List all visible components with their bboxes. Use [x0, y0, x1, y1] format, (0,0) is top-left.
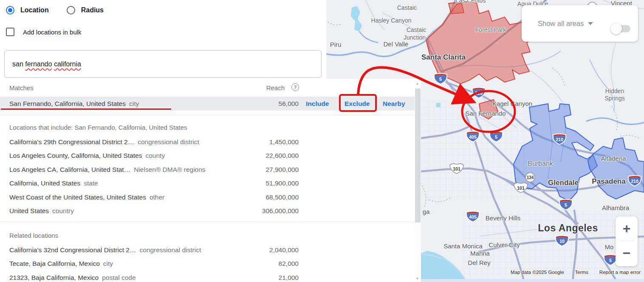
nearby-link[interactable]: Nearby — [383, 100, 405, 108]
map-place-label: Kagel Canyon — [492, 100, 532, 107]
related-section-title: Related locations — [9, 232, 58, 239]
map-place-label: Altadena — [601, 155, 626, 162]
location-radio[interactable] — [6, 6, 14, 14]
match-name: San Fernando, California, United States — [9, 100, 126, 108]
svg-text:10: 10 — [559, 239, 565, 244]
map-place-label: Del Valle — [384, 40, 409, 48]
map-zoom-control: + − — [616, 216, 638, 266]
map-place-label: Forest Park — [475, 26, 506, 33]
map-place-label: Santa Clarita — [421, 53, 466, 62]
row-type: other — [150, 194, 164, 201]
show-all-areas-toggle[interactable] — [612, 25, 630, 32]
row-type: state — [84, 179, 98, 187]
svg-text:210: 210 — [556, 137, 563, 142]
map-place-label: Culver City — [489, 241, 520, 248]
row-name: California's 29th Congressional District… — [9, 138, 134, 146]
map-place-label: ga — [423, 208, 430, 215]
row-reach: 21,000 — [279, 274, 299, 282]
results-header-row: Matches Reach ? — [0, 83, 415, 94]
table-row[interactable]: California's 32nd Congressional District… — [0, 243, 415, 257]
svg-text:5: 5 — [609, 258, 612, 263]
svg-text:405: 405 — [469, 134, 477, 140]
table-row[interactable]: Los Angeles CA, California, United Stat…… — [0, 163, 415, 177]
map-place-label: Del Rey — [468, 259, 490, 266]
search-word-misspelled: california — [54, 60, 81, 68]
map-attribution: Map data ©2025 Google Terms Report a map… — [511, 270, 641, 275]
row-type: congressional district — [138, 138, 199, 146]
svg-text:134: 134 — [527, 175, 534, 180]
row-reach: 27,900,000 — [266, 166, 299, 174]
map-place-label: Hidden — [605, 88, 624, 94]
location-search-input[interactable]: san fernando california — [4, 50, 322, 78]
row-reach: 82,000 — [279, 260, 299, 268]
row-reach: 51,900,000 — [266, 179, 299, 187]
svg-text:5: 5 — [565, 202, 567, 208]
svg-text:210: 210 — [475, 91, 483, 96]
chevron-down-icon[interactable] — [588, 22, 593, 25]
terms-link[interactable]: Terms — [575, 270, 588, 275]
reach-header: Reach — [266, 84, 285, 91]
results-scrollbar[interactable]: ▲ ▼ — [415, 80, 421, 282]
map-data-text: Map data ©2025 Google — [511, 270, 564, 275]
scroll-down-icon[interactable]: ▼ — [415, 276, 419, 281]
table-row[interactable]: United Statescountry306,000,000 — [0, 204, 415, 218]
bulk-locations-checkbox[interactable] — [6, 28, 14, 36]
row-name: California's 32nd Congressional District… — [9, 246, 136, 254]
table-row[interactable]: Los Angeles County, California, United S… — [0, 149, 415, 162]
row-name: California, United States — [9, 179, 80, 187]
bulk-locations-label[interactable]: Add locations in bulk — [23, 28, 82, 36]
include-link[interactable]: Include — [306, 100, 329, 108]
section-divider — [0, 222, 415, 222]
table-row[interactable]: California's 29th Congressional District… — [0, 135, 415, 149]
row-name: Los Angeles CA, California, United Stat… — [9, 166, 130, 174]
match-reach: 56,000 — [279, 100, 299, 108]
svg-text:210: 210 — [631, 179, 638, 184]
map-place-label: Las Ceritos — [456, 0, 486, 4]
map-place-label: Glendale — [548, 179, 579, 187]
map-place-label: Marina — [470, 250, 490, 257]
annotation-exclude-box — [339, 94, 377, 112]
bottom-strip — [421, 279, 644, 282]
show-all-areas-label[interactable]: Show all areas — [538, 20, 584, 28]
table-row[interactable]: West Coast of the United States, United … — [0, 191, 415, 204]
map-place-label: Alhambra — [602, 204, 629, 211]
show-all-areas-card: Show all areas — [522, 5, 638, 42]
bulk-locations-row: Add locations in bulk — [6, 28, 82, 36]
radius-radio-label[interactable]: Radius — [81, 6, 104, 14]
row-name: United States — [9, 207, 49, 215]
scrollbar-thumb[interactable] — [415, 88, 421, 222]
search-word: san — [12, 60, 23, 68]
map-place-label: Castaic — [407, 26, 427, 33]
row-type: Nielsen® DMA® regions — [134, 166, 205, 174]
svg-text:405: 405 — [469, 214, 477, 219]
zoom-out-button[interactable]: − — [616, 241, 638, 265]
map-place-label: Mo — [605, 243, 614, 251]
table-row[interactable]: California, United Statesstate51,900,000 — [0, 177, 415, 190]
svg-text:5: 5 — [495, 134, 497, 140]
target-type-radios: Location Radius — [6, 6, 104, 14]
table-row[interactable]: Tecate, Baja California, Mexicocity82,00… — [0, 257, 415, 271]
map-place-label: Beverly Hills — [486, 214, 521, 222]
row-type: city — [103, 260, 113, 268]
map-place-label: Pasadena — [592, 177, 625, 186]
radius-radio[interactable] — [67, 6, 75, 14]
row-reach: 306,000,000 — [262, 207, 299, 215]
location-radio-label[interactable]: Location — [20, 6, 49, 14]
row-type: congressional district — [139, 246, 201, 254]
search-word-misspelled: fernando — [25, 60, 52, 68]
map-place-label: San Fernando — [465, 110, 506, 117]
row-name: 21323, Baja California, Mexico — [9, 274, 99, 282]
table-row[interactable]: 21323, Baja California, Mexicopostal cod… — [0, 271, 415, 282]
row-reach: 22,600,000 — [266, 152, 299, 160]
map-place-label: Santa Monica — [443, 242, 483, 250]
scroll-up-icon[interactable]: ▲ — [415, 81, 419, 85]
report-map-error-link[interactable]: Report a map error — [599, 270, 641, 275]
map-place-label: Springs — [604, 95, 624, 102]
matches-header: Matches — [9, 84, 34, 91]
svg-text:101: 101 — [453, 166, 460, 171]
map-place-label: Castaic — [397, 4, 417, 11]
map-place-label: Hasley Canyon — [371, 17, 412, 24]
row-type: county — [145, 152, 165, 160]
reach-help-icon[interactable]: ? — [291, 83, 299, 91]
zoom-in-button[interactable]: + — [616, 216, 638, 241]
